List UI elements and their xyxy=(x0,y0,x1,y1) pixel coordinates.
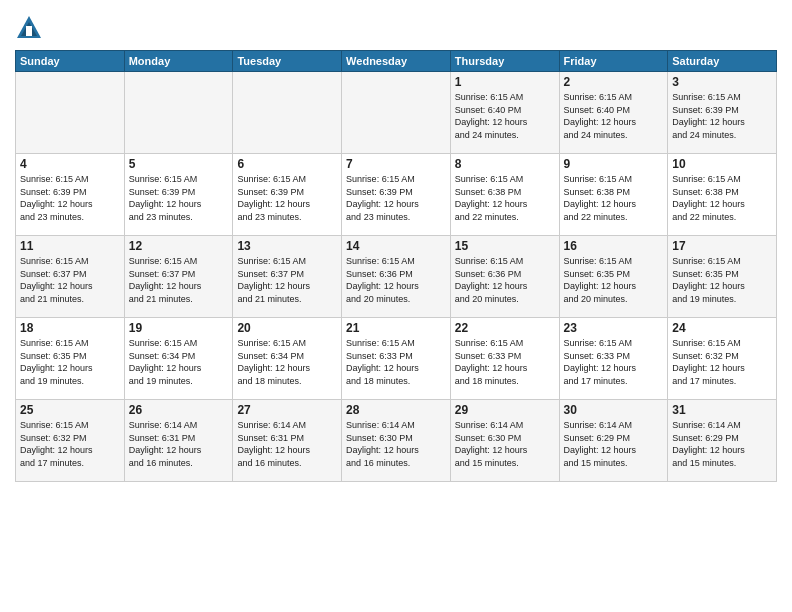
day-info: Sunrise: 6:15 AM Sunset: 6:35 PM Dayligh… xyxy=(20,337,120,387)
calendar-cell: 5Sunrise: 6:15 AM Sunset: 6:39 PM Daylig… xyxy=(124,154,233,236)
calendar-cell: 25Sunrise: 6:15 AM Sunset: 6:32 PM Dayli… xyxy=(16,400,125,482)
day-info: Sunrise: 6:15 AM Sunset: 6:32 PM Dayligh… xyxy=(672,337,772,387)
day-number: 17 xyxy=(672,239,772,253)
day-info: Sunrise: 6:15 AM Sunset: 6:38 PM Dayligh… xyxy=(455,173,555,223)
day-info: Sunrise: 6:14 AM Sunset: 6:29 PM Dayligh… xyxy=(564,419,664,469)
calendar-cell: 8Sunrise: 6:15 AM Sunset: 6:38 PM Daylig… xyxy=(450,154,559,236)
logo xyxy=(15,14,47,42)
day-number: 13 xyxy=(237,239,337,253)
calendar-day-header: Tuesday xyxy=(233,51,342,72)
day-info: Sunrise: 6:15 AM Sunset: 6:37 PM Dayligh… xyxy=(237,255,337,305)
day-info: Sunrise: 6:15 AM Sunset: 6:39 PM Dayligh… xyxy=(129,173,229,223)
day-number: 10 xyxy=(672,157,772,171)
day-info: Sunrise: 6:15 AM Sunset: 6:39 PM Dayligh… xyxy=(672,91,772,141)
day-info: Sunrise: 6:15 AM Sunset: 6:40 PM Dayligh… xyxy=(564,91,664,141)
day-number: 30 xyxy=(564,403,664,417)
day-info: Sunrise: 6:14 AM Sunset: 6:31 PM Dayligh… xyxy=(129,419,229,469)
calendar-cell: 21Sunrise: 6:15 AM Sunset: 6:33 PM Dayli… xyxy=(342,318,451,400)
day-number: 24 xyxy=(672,321,772,335)
day-info: Sunrise: 6:15 AM Sunset: 6:35 PM Dayligh… xyxy=(564,255,664,305)
page-container: SundayMondayTuesdayWednesdayThursdayFrid… xyxy=(0,0,792,487)
day-number: 11 xyxy=(20,239,120,253)
day-number: 27 xyxy=(237,403,337,417)
calendar-day-header: Monday xyxy=(124,51,233,72)
day-info: Sunrise: 6:15 AM Sunset: 6:33 PM Dayligh… xyxy=(455,337,555,387)
day-info: Sunrise: 6:15 AM Sunset: 6:39 PM Dayligh… xyxy=(20,173,120,223)
calendar-cell: 28Sunrise: 6:14 AM Sunset: 6:30 PM Dayli… xyxy=(342,400,451,482)
day-number: 7 xyxy=(346,157,446,171)
day-info: Sunrise: 6:15 AM Sunset: 6:33 PM Dayligh… xyxy=(564,337,664,387)
calendar-cell: 29Sunrise: 6:14 AM Sunset: 6:30 PM Dayli… xyxy=(450,400,559,482)
calendar-day-header: Sunday xyxy=(16,51,125,72)
day-number: 29 xyxy=(455,403,555,417)
day-info: Sunrise: 6:15 AM Sunset: 6:37 PM Dayligh… xyxy=(129,255,229,305)
day-number: 1 xyxy=(455,75,555,89)
calendar-week-row: 25Sunrise: 6:15 AM Sunset: 6:32 PM Dayli… xyxy=(16,400,777,482)
day-number: 4 xyxy=(20,157,120,171)
calendar-cell: 7Sunrise: 6:15 AM Sunset: 6:39 PM Daylig… xyxy=(342,154,451,236)
calendar-cell: 14Sunrise: 6:15 AM Sunset: 6:36 PM Dayli… xyxy=(342,236,451,318)
calendar-cell: 1Sunrise: 6:15 AM Sunset: 6:40 PM Daylig… xyxy=(450,72,559,154)
calendar-cell: 4Sunrise: 6:15 AM Sunset: 6:39 PM Daylig… xyxy=(16,154,125,236)
day-number: 6 xyxy=(237,157,337,171)
day-info: Sunrise: 6:15 AM Sunset: 6:36 PM Dayligh… xyxy=(455,255,555,305)
calendar-cell: 6Sunrise: 6:15 AM Sunset: 6:39 PM Daylig… xyxy=(233,154,342,236)
day-number: 21 xyxy=(346,321,446,335)
day-number: 3 xyxy=(672,75,772,89)
day-number: 14 xyxy=(346,239,446,253)
calendar-day-header: Saturday xyxy=(668,51,777,72)
calendar-cell: 18Sunrise: 6:15 AM Sunset: 6:35 PM Dayli… xyxy=(16,318,125,400)
calendar-cell: 2Sunrise: 6:15 AM Sunset: 6:40 PM Daylig… xyxy=(559,72,668,154)
calendar-cell: 16Sunrise: 6:15 AM Sunset: 6:35 PM Dayli… xyxy=(559,236,668,318)
day-number: 19 xyxy=(129,321,229,335)
calendar-week-row: 18Sunrise: 6:15 AM Sunset: 6:35 PM Dayli… xyxy=(16,318,777,400)
day-number: 22 xyxy=(455,321,555,335)
calendar-cell xyxy=(124,72,233,154)
day-info: Sunrise: 6:15 AM Sunset: 6:40 PM Dayligh… xyxy=(455,91,555,141)
calendar-week-row: 1Sunrise: 6:15 AM Sunset: 6:40 PM Daylig… xyxy=(16,72,777,154)
day-info: Sunrise: 6:15 AM Sunset: 6:39 PM Dayligh… xyxy=(346,173,446,223)
day-info: Sunrise: 6:15 AM Sunset: 6:37 PM Dayligh… xyxy=(20,255,120,305)
day-number: 9 xyxy=(564,157,664,171)
calendar-cell: 3Sunrise: 6:15 AM Sunset: 6:39 PM Daylig… xyxy=(668,72,777,154)
day-info: Sunrise: 6:15 AM Sunset: 6:32 PM Dayligh… xyxy=(20,419,120,469)
calendar-cell: 22Sunrise: 6:15 AM Sunset: 6:33 PM Dayli… xyxy=(450,318,559,400)
header xyxy=(15,10,777,42)
calendar-cell: 26Sunrise: 6:14 AM Sunset: 6:31 PM Dayli… xyxy=(124,400,233,482)
day-info: Sunrise: 6:15 AM Sunset: 6:33 PM Dayligh… xyxy=(346,337,446,387)
day-number: 12 xyxy=(129,239,229,253)
day-info: Sunrise: 6:15 AM Sunset: 6:38 PM Dayligh… xyxy=(672,173,772,223)
calendar-cell: 24Sunrise: 6:15 AM Sunset: 6:32 PM Dayli… xyxy=(668,318,777,400)
calendar-cell: 11Sunrise: 6:15 AM Sunset: 6:37 PM Dayli… xyxy=(16,236,125,318)
day-number: 20 xyxy=(237,321,337,335)
calendar-day-header: Thursday xyxy=(450,51,559,72)
day-number: 25 xyxy=(20,403,120,417)
calendar-cell: 17Sunrise: 6:15 AM Sunset: 6:35 PM Dayli… xyxy=(668,236,777,318)
day-info: Sunrise: 6:15 AM Sunset: 6:34 PM Dayligh… xyxy=(237,337,337,387)
day-info: Sunrise: 6:15 AM Sunset: 6:36 PM Dayligh… xyxy=(346,255,446,305)
calendar-cell: 10Sunrise: 6:15 AM Sunset: 6:38 PM Dayli… xyxy=(668,154,777,236)
calendar-cell xyxy=(342,72,451,154)
day-number: 5 xyxy=(129,157,229,171)
day-number: 15 xyxy=(455,239,555,253)
logo-icon xyxy=(15,14,43,42)
calendar-week-row: 4Sunrise: 6:15 AM Sunset: 6:39 PM Daylig… xyxy=(16,154,777,236)
calendar-day-header: Wednesday xyxy=(342,51,451,72)
calendar-day-header: Friday xyxy=(559,51,668,72)
day-number: 2 xyxy=(564,75,664,89)
calendar-cell xyxy=(233,72,342,154)
day-info: Sunrise: 6:14 AM Sunset: 6:30 PM Dayligh… xyxy=(455,419,555,469)
day-number: 28 xyxy=(346,403,446,417)
day-number: 31 xyxy=(672,403,772,417)
calendar-cell: 19Sunrise: 6:15 AM Sunset: 6:34 PM Dayli… xyxy=(124,318,233,400)
day-number: 23 xyxy=(564,321,664,335)
calendar-cell: 13Sunrise: 6:15 AM Sunset: 6:37 PM Dayli… xyxy=(233,236,342,318)
calendar-cell: 30Sunrise: 6:14 AM Sunset: 6:29 PM Dayli… xyxy=(559,400,668,482)
day-info: Sunrise: 6:15 AM Sunset: 6:38 PM Dayligh… xyxy=(564,173,664,223)
calendar-cell xyxy=(16,72,125,154)
calendar-cell: 31Sunrise: 6:14 AM Sunset: 6:29 PM Dayli… xyxy=(668,400,777,482)
day-info: Sunrise: 6:14 AM Sunset: 6:29 PM Dayligh… xyxy=(672,419,772,469)
calendar-cell: 20Sunrise: 6:15 AM Sunset: 6:34 PM Dayli… xyxy=(233,318,342,400)
day-number: 8 xyxy=(455,157,555,171)
day-number: 26 xyxy=(129,403,229,417)
